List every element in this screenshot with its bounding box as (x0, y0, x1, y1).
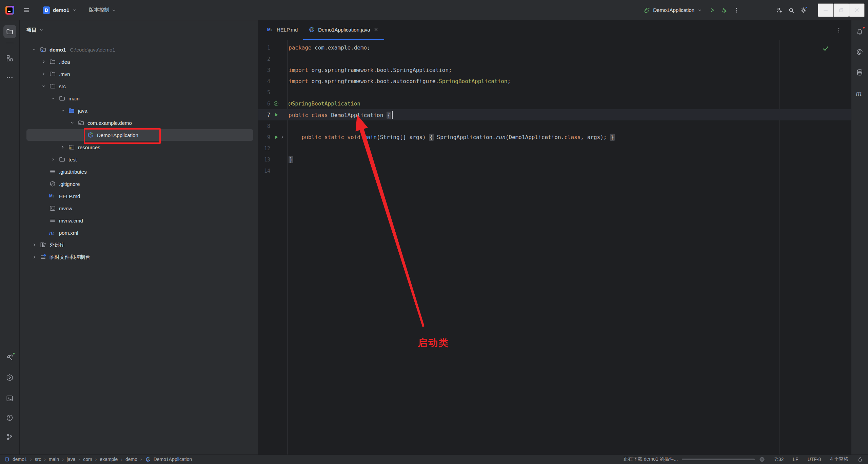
tool-button-ai-assistant[interactable] (853, 45, 866, 58)
tab-HELP.md[interactable]: M↓ HELP.md (262, 20, 303, 40)
tree-item-外部库[interactable]: 外部库 (20, 239, 258, 251)
chevron-right-icon[interactable] (39, 59, 49, 64)
inspections-ok-check-icon[interactable] (822, 45, 829, 52)
indent-widget[interactable]: 4 个空格 (830, 456, 848, 462)
tree-item-src[interactable]: src (20, 80, 258, 92)
line-number: 5 (258, 90, 270, 96)
code-text: public class Demo1Application { (289, 111, 393, 119)
spring-gutter-icon[interactable] (273, 101, 279, 107)
line-separator-widget[interactable]: LF (793, 457, 798, 462)
chevron-down-icon[interactable] (58, 108, 68, 113)
tree-item-demo1[interactable]: demo1 C:\code\java\demo1 (20, 43, 258, 56)
fold-chevron-icon[interactable] (279, 134, 285, 140)
run-gutter-icon[interactable] (273, 134, 279, 140)
main-menu-button[interactable] (20, 4, 33, 16)
chevron-down-icon (72, 7, 77, 13)
tree-item-pom.xml[interactable]: m pom.xml (20, 227, 258, 239)
code-line-9[interactable]: 9 public static void main(String[] args)… (258, 132, 851, 143)
tree-item-main[interactable]: main (20, 92, 258, 104)
breadcrumb-item-java[interactable]: java (67, 457, 76, 462)
code-with-me-button[interactable] (773, 4, 785, 16)
tree-item-.mvn[interactable]: .mvn (20, 68, 258, 80)
left-tool-strip (0, 20, 20, 455)
chevron-spacer (39, 218, 49, 223)
code-line-7[interactable]: 7 public class Demo1Application { (258, 109, 851, 120)
breadcrumb-item-demo[interactable]: demo (125, 457, 137, 462)
tool-button-terminal[interactable] (3, 392, 16, 405)
maximize-button[interactable] (833, 3, 849, 17)
tree-item-mvnw.cmd[interactable]: mvnw.cmd (20, 214, 258, 227)
breadcrumbs: demo1›src›main›java›com›example›demo›Dem… (4, 457, 192, 462)
tab-Demo1Application.java[interactable]: Demo1Application.java (303, 20, 384, 40)
tree-item-.idea[interactable]: .idea (20, 56, 258, 68)
tree-item-label: .gitattributes (59, 169, 87, 175)
code-line-12[interactable]: 12 (258, 143, 851, 154)
settings-notification-dot (805, 6, 808, 9)
code-line-3[interactable]: 3 import org.springframework.boot.Spring… (258, 64, 851, 76)
tree-item-.gitattributes[interactable]: .gitattributes (20, 166, 258, 178)
tree-item-java[interactable]: java (20, 104, 258, 117)
breadcrumb-item-Demo1Application[interactable]: Demo1Application (145, 457, 192, 462)
code-line-14[interactable]: 14 (258, 165, 851, 176)
tool-button-database[interactable] (853, 66, 866, 79)
breadcrumb-item-src[interactable]: src (35, 457, 41, 462)
caret-position-widget[interactable]: 7:32 (774, 457, 784, 462)
settings-button[interactable] (797, 4, 810, 16)
debug-button[interactable] (718, 4, 730, 16)
code-line-4[interactable]: 4 import org.springframework.boot.autoco… (258, 76, 851, 87)
chevron-right-icon[interactable] (48, 157, 58, 162)
tab-options-button[interactable] (833, 24, 845, 36)
tree-item-HELP.md[interactable]: M↓ HELP.md (20, 190, 258, 202)
tool-button-more-tool-windows[interactable] (3, 71, 16, 84)
chevron-down-icon[interactable] (29, 47, 39, 52)
project-widget[interactable]: D demo1 (40, 4, 80, 16)
breadcrumb-item-main[interactable]: main (49, 457, 59, 462)
chevron-right-icon[interactable] (58, 144, 68, 150)
tree-item-临时文件和控制台[interactable]: 临时文件和控制台 (20, 251, 258, 263)
code-line-1[interactable]: 1 package com.example.demo; (258, 42, 851, 53)
tool-button-notifications[interactable] (853, 25, 866, 38)
chevron-right-icon[interactable] (29, 254, 39, 260)
tool-button-build[interactable] (3, 351, 16, 364)
code-line-8[interactable]: 8 (258, 120, 851, 132)
search-everywhere-button[interactable] (785, 4, 797, 16)
tool-button-project[interactable] (3, 25, 16, 38)
more-actions-button[interactable] (730, 4, 743, 16)
tree-item-mvnw[interactable]: mvnw (20, 202, 258, 214)
tool-button-structure[interactable] (3, 52, 16, 64)
run-button[interactable] (706, 4, 718, 16)
chevron-down-icon[interactable] (39, 83, 49, 89)
run-configuration-widget[interactable]: Demo1Application (640, 4, 706, 16)
lock-icon[interactable] (857, 457, 863, 462)
breadcrumb-item-example[interactable]: example (100, 457, 118, 462)
tree-item-test[interactable]: test (20, 153, 258, 166)
tool-button-problems[interactable] (3, 411, 16, 424)
code-line-5[interactable]: 5 (258, 87, 851, 98)
breadcrumb-item-com[interactable]: com (83, 457, 92, 462)
tool-button-maven[interactable]: m (853, 86, 866, 99)
cancel-download-button[interactable] (759, 456, 765, 463)
chevron-right-icon[interactable] (39, 71, 49, 77)
shell-file-icon (49, 205, 56, 212)
close-tab-icon[interactable] (373, 27, 379, 32)
encoding-widget[interactable]: UTF-8 (808, 457, 821, 462)
status-bar: demo1›src›main›java›com›example›demo›Dem… (0, 455, 868, 464)
chevron-right-icon[interactable] (29, 242, 39, 248)
code-line-6[interactable]: 6 @SpringBootApplication (258, 98, 851, 109)
tool-button-services[interactable] (3, 371, 16, 384)
run-gutter-icon[interactable] (273, 112, 279, 118)
tree-item-label: java (78, 108, 87, 114)
breadcrumb-item-demo1[interactable]: demo1 (4, 457, 27, 462)
code-line-13[interactable]: 13 } (258, 154, 851, 165)
chevron-down-icon[interactable] (48, 96, 58, 101)
tree-item-com.example.demo[interactable]: com.example.demo (20, 117, 258, 129)
code-line-2[interactable]: 2 (258, 53, 851, 64)
close-button[interactable] (849, 3, 865, 17)
tool-button-git[interactable] (3, 430, 16, 443)
minimize-button[interactable] (818, 3, 833, 17)
code-editor[interactable]: 1 package com.example.demo; 2 3 import o… (258, 40, 851, 455)
project-panel-header[interactable]: 项目 (20, 20, 258, 39)
chevron-down-icon[interactable] (67, 120, 77, 125)
vcs-widget[interactable]: 版本控制 (86, 4, 119, 16)
tree-item-.gitignore[interactable]: .gitignore (20, 178, 258, 190)
